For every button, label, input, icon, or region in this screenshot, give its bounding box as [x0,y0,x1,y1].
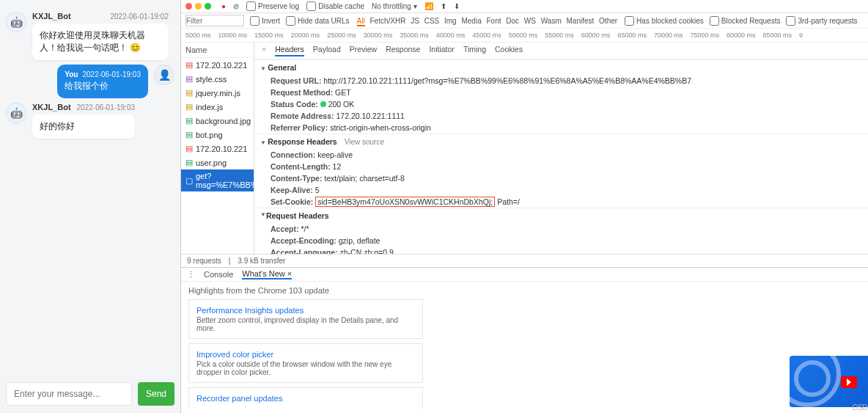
watermark: CSDN @colourmind [852,403,868,412]
chat-pane: 🤖 KXJL_Bot2022-06-01-19:02 你好欢迎使用灵珠聊天机器人… [0,0,180,413]
play-icon [841,376,857,388]
devtools: ● ⊘ Preserve log Disable cache No thrott… [180,0,868,413]
request-list: Name ▤172.20.10.221▤style.css▤jquery.min… [181,43,254,254]
bot-name: XKJL_Bot [32,103,71,112]
you-message: You2022-06-01-19:03 给我报个价 👤 [6,65,174,98]
preserve-log-checkbox[interactable]: Preserve log [246,1,299,11]
bot-text: 好的你好 [32,114,135,139]
tab-preview[interactable]: Preview [350,45,377,56]
whats-new-card[interactable]: Performance Insights updatesBetter zoom … [188,299,423,339]
section-response-headers[interactable]: Response HeadersView source [254,134,868,149]
hide-dataurl-checkbox[interactable]: Hide data URLs [286,16,350,26]
upload-icon[interactable]: ⬆ [441,2,446,10]
whats-new-card[interactable]: Recorder panel updates [188,387,423,409]
you-label: You [65,70,78,78]
tab-console[interactable]: Console [204,270,233,279]
type-all[interactable]: All [357,17,365,26]
view-source-link[interactable]: View source [345,138,384,146]
request-row[interactable]: ▤172.20.10.221 [181,142,254,156]
tab-initiator[interactable]: Initiator [429,45,454,56]
message-input[interactable] [6,382,132,406]
user-avatar: 👤 [154,65,174,85]
blocked-requests-checkbox[interactable]: Blocked Requests [710,16,781,26]
detail-tabs: × Headers Payload Preview Response Initi… [254,43,868,59]
bot-message: 🤖 XKJL_Bot2022-06-01-19:03 好的你好 [6,103,174,139]
disable-cache-checkbox[interactable]: Disable cache [306,1,364,11]
tab-timing[interactable]: Timing [463,45,486,56]
drawer: ⋮ Console What's New × × Highlights from… [181,267,868,413]
tab-cookies[interactable]: Cookies [495,45,523,56]
blocked-cookies-checkbox[interactable]: Has blocked cookies [625,16,704,26]
request-row[interactable]: ▤style.css [181,72,254,86]
request-row[interactable]: ▤user.png [181,156,254,169]
request-count: 9 requests [187,257,221,265]
type-filters: All Fetch/XHR JS CSS Img Media Font Doc … [356,17,619,25]
transfer-size: 3.9 kB transfer [238,257,285,265]
set-cookie-highlight: sid=BeHB3ym47oUoXSN0svWWiC1CKHnDbXhQj; [315,197,495,207]
tab-whats-new[interactable]: What's New × [242,269,292,279]
throttling-select[interactable]: No throttling ▾ [372,2,417,10]
messages: 🤖 KXJL_Bot2022-06-01-19:02 你好欢迎使用灵珠聊天机器人… [6,7,174,376]
bot-name: KXJL_Bot [32,12,71,21]
record-icon[interactable]: ● [221,2,226,10]
section-general[interactable]: General [254,60,868,75]
drawer-menu-icon[interactable]: ⋮ [187,270,195,279]
msg-time: 2022-06-01-19:02 [110,12,169,21]
tab-headers[interactable]: Headers [275,45,304,56]
request-row[interactable]: ▤bot.png [181,128,254,142]
request-detail: × Headers Payload Preview Response Initi… [254,43,868,254]
third-party-checkbox[interactable]: 3rd-party requests [786,16,857,26]
clear-icon[interactable]: ⊘ [233,2,239,10]
tab-payload[interactable]: Payload [313,45,341,56]
request-row[interactable]: ▤jquery.min.js [181,86,254,100]
whats-new-title: Highlights from the Chrome 103 update [188,286,868,295]
section-request-headers[interactable]: Request HeadersView sou [254,208,868,223]
bot-avatar: 🤖 [6,12,26,32]
msg-time: 2022-06-01-19:03 [77,103,136,112]
request-row[interactable]: ▤index.js [181,100,254,114]
whats-new-card[interactable]: Improved color pickerPick a color outsid… [188,343,423,383]
send-button[interactable]: Send [138,382,174,406]
download-icon[interactable]: ⬇ [454,2,460,10]
devtools-toolbar: ● ⊘ Preserve log Disable cache No thrott… [181,0,868,13]
you-text: 给我报个价 [65,80,141,92]
filter-input[interactable] [185,15,244,26]
wifi-icon[interactable]: 📶 [424,2,433,10]
filter-bar: Invert Hide data URLs All Fetch/XHR JS C… [181,13,868,29]
request-row[interactable]: ▤172.20.10.221 [181,58,254,72]
bot-message: 🤖 KXJL_Bot2022-06-01-19:02 你好欢迎使用灵珠聊天机器人… [6,12,174,60]
waterfall-timeline[interactable]: 5000 ms10000 ms15000 ms20000 ms25000 ms3… [181,29,868,43]
invert-checkbox[interactable]: Invert [250,16,280,26]
request-url: http://172.20.10.221:1111/get?msg=%E7%BB… [323,76,691,85]
close-detail-icon[interactable]: × [262,45,266,56]
promo-video[interactable]: new [790,356,868,407]
request-row[interactable]: ▢get?msg=%E7%BB%9... [181,169,254,191]
bot-text: 你好欢迎使用灵珠聊天机器人！给我说一句话吧！ 😊 [32,23,169,60]
name-header[interactable]: Name [181,43,254,58]
request-row[interactable]: ▤background.jpg [181,114,254,128]
tab-response[interactable]: Response [386,45,420,56]
bot-avatar: 🤖 [6,103,26,123]
msg-time: 2022-06-01-19:03 [82,70,141,78]
network-status-bar: 9 requests | 3.9 kB transfer [181,254,868,267]
